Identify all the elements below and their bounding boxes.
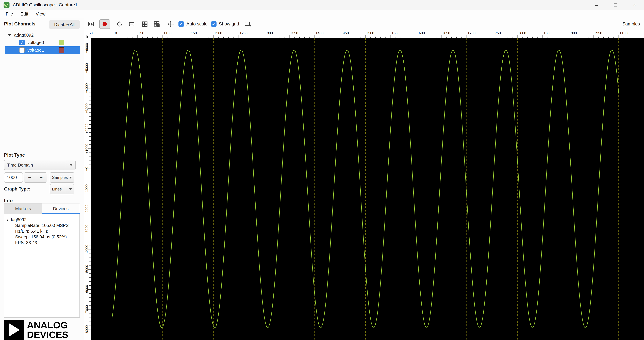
- svg-text:+3000: +3000: [85, 103, 88, 113]
- top-ruler: -50+0+50+100+150+200+250+300+350+400+450…: [84, 30, 644, 38]
- info-tabs: Markers Devices: [4, 203, 80, 214]
- zoom-out-icon[interactable]: [127, 20, 136, 29]
- svg-text:+5000: +5000: [85, 63, 88, 73]
- maximize-button[interactable]: □: [606, 0, 625, 10]
- plot-area: -8000-7000-6000-5000-4000-3000-2000-1000…: [84, 38, 644, 340]
- svg-text:+800: +800: [518, 31, 526, 35]
- tab-devices[interactable]: Devices: [42, 204, 80, 214]
- svg-text:+1000: +1000: [620, 31, 630, 35]
- graph-type-select[interactable]: Lines: [50, 184, 74, 194]
- auto-scale-group: ✓ Auto scale: [178, 21, 208, 27]
- expander-icon[interactable]: [8, 34, 11, 36]
- plot-type-select[interactable]: Time Domain: [4, 160, 76, 170]
- svg-text:+2000: +2000: [85, 124, 88, 133]
- svg-text:+500: +500: [366, 31, 374, 35]
- increment-button[interactable]: +: [35, 172, 47, 183]
- svg-text:+400: +400: [316, 31, 324, 35]
- disable-all-button[interactable]: Disable All: [49, 20, 80, 29]
- graph-type-value: Lines: [52, 187, 62, 192]
- svg-text:+200: +200: [214, 31, 222, 35]
- plot-channels-label: Plot Channels: [4, 21, 36, 27]
- voltage1-checkbox[interactable]: ✓: [19, 47, 25, 53]
- show-grid-group: ✓ Show grid: [211, 21, 239, 27]
- window-title: ADI IIO Oscilloscope - Capture1: [13, 2, 78, 8]
- svg-text:+750: +750: [493, 31, 501, 35]
- menu-bar: File Edit View: [0, 10, 644, 18]
- device-info-samplerate: SampleRate: 105.00 MSPS: [7, 223, 80, 228]
- svg-text:-6000: -6000: [85, 285, 88, 294]
- device-name: adaq8092: [14, 33, 34, 38]
- svg-text:+600: +600: [417, 31, 425, 35]
- svg-text:+950: +950: [594, 31, 602, 35]
- svg-text:-4000: -4000: [85, 245, 88, 254]
- svg-text:+300: +300: [265, 31, 273, 35]
- channel-name-voltage1: voltage1: [28, 48, 44, 53]
- plot-type-value: Time Domain: [7, 162, 33, 168]
- plot-canvas[interactable]: [91, 38, 644, 340]
- title-bar: ADI IIO Oscilloscope - Capture1 – □ ×: [0, 0, 644, 10]
- plot-toolbar: ✓ Auto scale ✓ Show grid Samples: [84, 18, 644, 30]
- svg-text:+0: +0: [85, 167, 88, 171]
- device-tree-row[interactable]: adaq8092: [5, 31, 80, 39]
- svg-text:-50: -50: [88, 31, 92, 35]
- device-info-title: adaq8092:: [7, 217, 80, 223]
- sample-unit-select[interactable]: Samples: [50, 172, 74, 183]
- zoom-fit-icon[interactable]: [140, 20, 149, 29]
- svg-text:+6000: +6000: [85, 43, 88, 53]
- analog-devices-wordmark: ANALOG DEVICES: [27, 320, 68, 339]
- window-controls: – □ ×: [587, 0, 644, 10]
- svg-text:-7000: -7000: [85, 305, 88, 314]
- channel-name-voltage0: voltage0: [28, 40, 44, 45]
- menu-file[interactable]: File: [2, 10, 17, 18]
- channel-row-voltage0[interactable]: ✓ voltage0: [5, 39, 80, 46]
- skip-end-icon[interactable]: [86, 20, 95, 29]
- channel-color-swatch-voltage0[interactable]: [59, 40, 64, 45]
- svg-text:-5000: -5000: [85, 265, 88, 274]
- left-ruler: -8000-7000-6000-5000-4000-3000-2000-1000…: [84, 38, 91, 340]
- menu-view[interactable]: View: [32, 10, 49, 18]
- record-button[interactable]: [99, 19, 110, 29]
- sample-count-input[interactable]: [4, 172, 23, 183]
- auto-scale-checkbox[interactable]: ✓: [178, 21, 184, 27]
- export-icon[interactable]: [152, 20, 161, 29]
- samples-axis-label: Samples: [622, 22, 640, 27]
- analog-devices-logo-icon: [4, 320, 24, 340]
- new-plot-icon[interactable]: [244, 20, 252, 29]
- chevron-down-icon: [69, 177, 72, 179]
- plot-type-label: Plot Type: [4, 152, 25, 158]
- chevron-down-icon: [70, 164, 72, 166]
- channel-row-voltage1[interactable]: ✓ voltage1: [5, 46, 80, 54]
- restart-icon[interactable]: [115, 20, 124, 29]
- close-button[interactable]: ×: [625, 0, 644, 10]
- device-info-sweep: Sweep: 156.04 us (0.52%): [7, 234, 80, 240]
- svg-text:+100: +100: [164, 31, 172, 35]
- tab-markers[interactable]: Markers: [4, 204, 42, 214]
- decrement-button[interactable]: −: [24, 172, 36, 183]
- svg-text:+4000: +4000: [85, 83, 88, 93]
- app-icon: [3, 2, 10, 8]
- svg-text:-2000: -2000: [85, 205, 88, 214]
- svg-text:+650: +650: [442, 31, 450, 35]
- info-label: Info: [4, 198, 13, 203]
- auto-scale-label: Auto scale: [186, 22, 208, 27]
- svg-text:+850: +850: [544, 31, 552, 35]
- sample-unit-value: Samples: [52, 175, 68, 180]
- show-grid-checkbox[interactable]: ✓: [211, 21, 216, 27]
- svg-text:+450: +450: [341, 31, 349, 35]
- voltage0-checkbox[interactable]: ✓: [19, 40, 25, 45]
- svg-text:-1000: -1000: [85, 185, 88, 194]
- svg-text:+150: +150: [189, 31, 197, 35]
- svg-text:+50: +50: [138, 31, 144, 35]
- graph-type-label: Graph Type:: [4, 187, 30, 192]
- svg-text:+550: +550: [392, 31, 399, 35]
- device-info-fps: FPS: 33.43: [7, 240, 80, 245]
- minimize-button[interactable]: –: [587, 0, 606, 10]
- svg-text:-3000: -3000: [85, 225, 88, 234]
- svg-text:+900: +900: [569, 31, 577, 35]
- svg-text:+0: +0: [113, 31, 117, 35]
- pan-icon[interactable]: [166, 20, 175, 29]
- svg-text:+700: +700: [468, 31, 476, 35]
- menu-edit[interactable]: Edit: [17, 10, 32, 18]
- channel-color-swatch-voltage1[interactable]: [59, 47, 64, 53]
- sidebar: Plot Channels Disable All adaq8092 ✓ vol…: [0, 18, 84, 340]
